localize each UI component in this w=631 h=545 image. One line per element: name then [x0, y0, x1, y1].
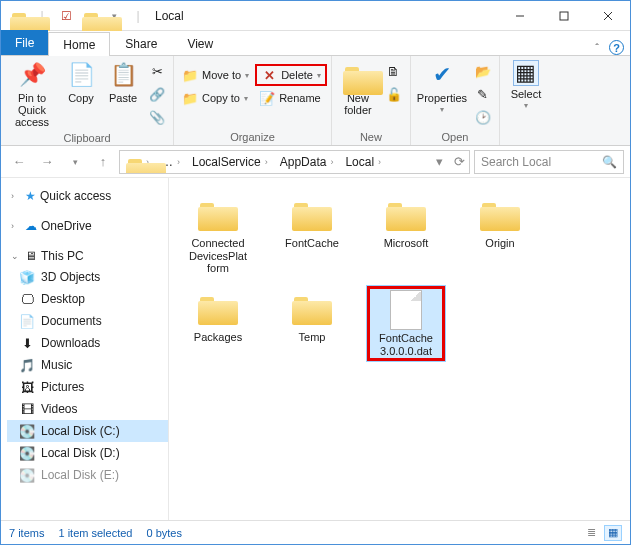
file-label: Connected DevicesPlat form: [189, 237, 247, 275]
nav-local-disk-e[interactable]: 💽Local Disk (E:): [7, 464, 168, 486]
view-icons-button[interactable]: ▦: [604, 525, 622, 541]
nav-videos[interactable]: 🎞Videos: [7, 398, 168, 420]
path-box[interactable]: › …› LocalService› AppData› Local› ▾ ⟳: [119, 150, 470, 174]
move-to-button[interactable]: 📁Move to▾: [178, 64, 253, 86]
nav-music[interactable]: 🎵Music: [7, 354, 168, 376]
file-item-6[interactable]: FontCache 3.0.0.0.dat: [367, 286, 445, 361]
address-bar: ← → ▾ ↑ › …› LocalService› AppData› Loca…: [1, 146, 630, 178]
forward-button[interactable]: →: [35, 150, 59, 174]
disk-icon: 💽: [19, 467, 35, 483]
file-item-0[interactable]: Connected DevicesPlat form: [179, 192, 257, 278]
copy-label: Copy: [68, 92, 94, 104]
delete-button[interactable]: ✕Delete▾: [255, 64, 327, 86]
paste-shortcut-button[interactable]: 📎: [145, 106, 169, 128]
navigation-pane[interactable]: ›★Quick access ›☁OneDrive ⌄🖥This PC 🧊3D …: [1, 178, 169, 520]
pin-to-quick-access-button[interactable]: 📌 Pin to Quick access: [5, 58, 59, 130]
rename-button[interactable]: 📝Rename: [255, 87, 327, 109]
downloads-icon: ⬇: [19, 335, 35, 351]
status-size: 0 bytes: [146, 527, 181, 539]
videos-icon: 🎞: [19, 401, 35, 417]
nav-documents[interactable]: 📄Documents: [7, 310, 168, 332]
file-view[interactable]: Connected DevicesPlat formFontCacheMicro…: [169, 178, 630, 520]
copy-button[interactable]: 📄 Copy: [61, 58, 101, 106]
nav-3d-objects[interactable]: 🧊3D Objects: [7, 266, 168, 288]
copy-path-button[interactable]: 🔗: [145, 83, 169, 105]
ribbon-collapse-icon[interactable]: ˆ: [595, 42, 599, 54]
close-button[interactable]: [586, 1, 630, 31]
music-icon: 🎵: [19, 357, 35, 373]
paste-icon: 📋: [108, 60, 138, 90]
disk-icon: 💽: [19, 423, 35, 439]
cut-button[interactable]: ✂: [145, 60, 169, 82]
folder-icon: [476, 195, 524, 235]
select-button[interactable]: ▦ Select ▾: [504, 58, 548, 113]
help-icon[interactable]: ?: [609, 40, 624, 55]
breadcrumb-1[interactable]: AppData›: [274, 155, 340, 169]
view-details-button[interactable]: ≣: [582, 525, 600, 541]
up-button[interactable]: ↑: [91, 150, 115, 174]
nav-local-disk-d[interactable]: 💽Local Disk (D:): [7, 442, 168, 464]
paste-button[interactable]: 📋 Paste: [103, 58, 143, 106]
recent-button[interactable]: ▾: [63, 150, 87, 174]
refresh-button[interactable]: ⟳: [449, 150, 469, 174]
back-button[interactable]: ←: [7, 150, 31, 174]
file-item-1[interactable]: FontCache: [273, 192, 351, 278]
file-label: Origin: [485, 237, 514, 250]
breadcrumb-2[interactable]: Local›: [339, 155, 387, 169]
file-item-5[interactable]: Temp: [273, 286, 351, 361]
nav-desktop[interactable]: 🖵Desktop: [7, 288, 168, 310]
pin-label: Pin to Quick access: [5, 92, 59, 128]
tab-view[interactable]: View: [172, 31, 228, 55]
folder-icon: [194, 289, 242, 329]
breadcrumb-0[interactable]: LocalService›: [186, 155, 274, 169]
new-item-button[interactable]: 🗎: [382, 60, 406, 82]
minimize-button[interactable]: [498, 1, 542, 31]
nav-onedrive[interactable]: ›☁OneDrive: [7, 216, 168, 236]
properties-button[interactable]: ✔ Properties ▾: [415, 58, 469, 117]
new-label: New: [360, 129, 382, 145]
easy-access-icon: 🔓: [386, 86, 402, 102]
group-new: New folder 🗎 🔓 New: [332, 56, 411, 145]
group-organize: 📁Move to▾ 📁Copy to▾ ✕Delete▾ 📝Rename Org…: [174, 56, 332, 145]
moveto-icon: 📁: [182, 67, 198, 83]
search-input[interactable]: Search Local 🔍: [474, 150, 624, 174]
status-selected: 1 item selected: [58, 527, 132, 539]
group-clipboard: 📌 Pin to Quick access 📄 Copy 📋 Paste ✂ 🔗…: [1, 56, 174, 145]
file-item-3[interactable]: Origin: [461, 192, 539, 278]
checkbox-icon[interactable]: ☑: [55, 5, 77, 27]
edit-icon: ✎: [475, 86, 491, 102]
maximize-button[interactable]: [542, 1, 586, 31]
path-root-icon[interactable]: ›: [120, 155, 155, 168]
paste-label: Paste: [109, 92, 137, 104]
copyto-icon: 📁: [182, 90, 198, 106]
tab-file[interactable]: File: [1, 30, 48, 55]
desktop-icon: 🖵: [19, 291, 35, 307]
folder-icon: [382, 195, 430, 235]
file-item-2[interactable]: Microsoft: [367, 192, 445, 278]
open-button[interactable]: 📂: [471, 60, 495, 82]
easy-access-button[interactable]: 🔓: [382, 83, 406, 105]
nav-pictures[interactable]: 🖼Pictures: [7, 376, 168, 398]
objects-icon: 🧊: [19, 269, 35, 285]
pin-icon: 📌: [17, 60, 47, 90]
tab-home[interactable]: Home: [48, 32, 110, 56]
history-button[interactable]: 🕑: [471, 106, 495, 128]
file-item-4[interactable]: Packages: [179, 286, 257, 361]
main-area: ›★Quick access ›☁OneDrive ⌄🖥This PC 🧊3D …: [1, 178, 630, 520]
file-label: FontCache 3.0.0.0.dat: [379, 332, 433, 357]
tab-share[interactable]: Share: [110, 31, 172, 55]
nav-downloads[interactable]: ⬇Downloads: [7, 332, 168, 354]
qa-separator-2: |: [127, 5, 149, 27]
edit-button[interactable]: ✎: [471, 83, 495, 105]
copy-to-button[interactable]: 📁Copy to▾: [178, 87, 253, 109]
new-item-icon: 🗎: [386, 63, 402, 79]
ribbon-tabs: File Home Share View ˆ ?: [1, 31, 630, 56]
path-dropdown[interactable]: ▾: [429, 150, 449, 174]
folder-icon: [288, 289, 336, 329]
new-folder-button[interactable]: New folder: [336, 58, 380, 118]
nav-local-disk-c[interactable]: 💽Local Disk (C:): [7, 420, 168, 442]
copy-icon: 📄: [66, 60, 96, 90]
nav-quick-access[interactable]: ›★Quick access: [7, 186, 168, 206]
status-item-count: 7 items: [9, 527, 44, 539]
nav-this-pc[interactable]: ⌄🖥This PC: [7, 246, 168, 266]
